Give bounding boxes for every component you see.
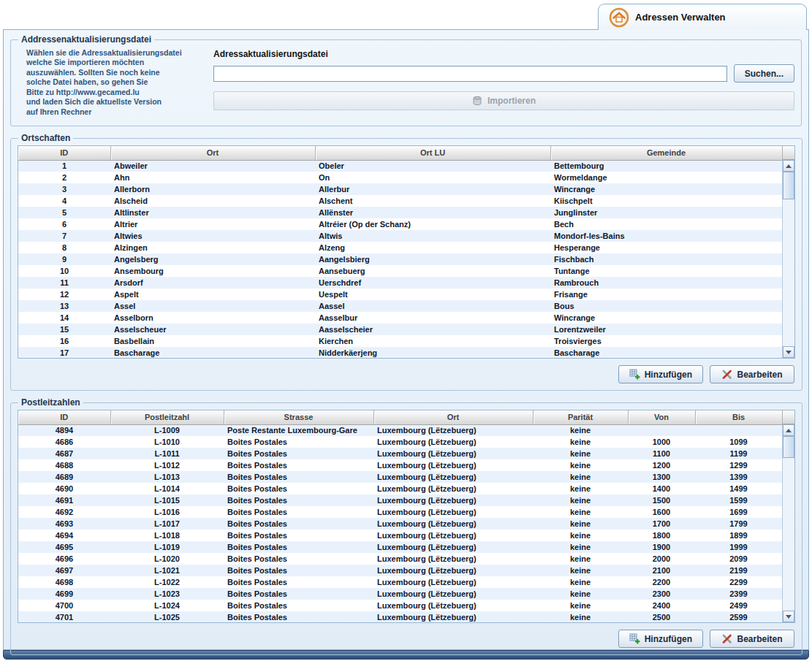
table-cell[interactable]: 4691 — [18, 494, 110, 506]
table-cell[interactable]: 10 — [18, 265, 110, 277]
table-cell[interactable]: Alzingen — [110, 242, 315, 253]
table-cell[interactable]: Alschent — [315, 195, 550, 207]
column-header-strasse[interactable]: Strasse — [224, 410, 373, 424]
table-cell[interactable]: keine — [533, 530, 628, 541]
table-cell[interactable]: 1400 — [628, 483, 695, 494]
table-cell[interactable]: 2300 — [628, 588, 695, 600]
table-cell[interactable]: 1 — [18, 160, 110, 172]
table-cell[interactable]: 2500 — [628, 611, 695, 623]
column-header-ort-lu[interactable]: Ort LU — [315, 146, 550, 160]
table-cell[interactable]: On — [315, 172, 550, 183]
table-row[interactable]: 7AltwiesAltwisMondorf-les-Bains — [18, 230, 782, 242]
table-cell[interactable]: Boites Postales — [224, 553, 373, 565]
table-cell[interactable]: L-1023 — [110, 588, 224, 600]
postleitzahlen-vertical-scrollbar[interactable] — [782, 424, 794, 622]
table-cell[interactable]: Boites Postales — [224, 459, 373, 471]
table-cell[interactable]: Luxembourg (Lëtzebuerg) — [373, 530, 533, 541]
table-cell[interactable]: L-1011 — [110, 448, 224, 459]
table-cell[interactable]: 1000 — [628, 436, 695, 448]
table-cell[interactable]: 4688 — [18, 459, 110, 471]
table-cell[interactable]: 4894 — [18, 424, 110, 436]
table-cell[interactable]: Nidderkäerjeng — [315, 347, 550, 359]
table-cell[interactable]: 2299 — [695, 576, 782, 588]
table-cell[interactable]: Bascharage — [110, 347, 315, 359]
column-header-ort[interactable]: Ort — [110, 146, 315, 160]
table-row[interactable]: 4688L-1012Boites PostalesLuxembourg (Lët… — [18, 459, 782, 471]
table-cell[interactable]: Wincrange — [550, 183, 782, 195]
table-cell[interactable]: 1399 — [695, 471, 782, 483]
table-cell[interactable]: keine — [533, 483, 628, 494]
table-cell[interactable]: Rambrouch — [550, 277, 782, 289]
table-row[interactable]: 4894L-1009Poste Restante Luxembourg-Gare… — [18, 424, 782, 436]
table-cell[interactable]: 4696 — [18, 553, 110, 565]
table-row[interactable]: 4690L-1014Boites PostalesLuxembourg (Lët… — [18, 483, 782, 494]
table-cell[interactable]: Asselscheuer — [110, 324, 315, 335]
table-row[interactable]: 4700L-1024Boites PostalesLuxembourg (Lët… — [18, 600, 782, 611]
table-row[interactable]: 4696L-1020Boites PostalesLuxembourg (Lët… — [18, 553, 782, 565]
table-cell[interactable]: 4694 — [18, 530, 110, 541]
table-cell[interactable]: 4689 — [18, 471, 110, 483]
table-cell[interactable]: L-1024 — [110, 600, 224, 611]
table-row[interactable]: 1AbweilerObelerBettembourg — [18, 160, 782, 172]
table-row[interactable]: 4692L-1016Boites PostalesLuxembourg (Lët… — [18, 506, 782, 518]
table-cell[interactable]: Basbellain — [110, 335, 315, 347]
table-cell[interactable]: Altréier (Op der Schanz) — [315, 218, 550, 230]
ortschaften-edit-button[interactable]: Bearbeiten — [710, 365, 794, 383]
table-cell[interactable]: 3 — [18, 183, 110, 195]
table-cell[interactable]: 8 — [18, 242, 110, 253]
table-cell[interactable]: Luxembourg (Lëtzebuerg) — [373, 459, 533, 471]
table-row[interactable]: 3AllerbornAllerburWincrange — [18, 183, 782, 195]
table-cell[interactable]: 7 — [18, 230, 110, 242]
table-cell[interactable]: 5 — [18, 207, 110, 218]
table-row[interactable]: 4698L-1022Boites PostalesLuxembourg (Lët… — [18, 576, 782, 588]
table-cell[interactable]: L-1017 — [110, 518, 224, 530]
table-cell[interactable]: Alscheid — [110, 195, 315, 207]
table-cell[interactable]: L-1015 — [110, 494, 224, 506]
table-cell[interactable]: keine — [533, 459, 628, 471]
column-header-gemeinde[interactable]: Gemeinde — [550, 146, 782, 160]
scroll-up-button[interactable] — [783, 424, 794, 436]
table-cell[interactable]: Junglinster — [550, 207, 782, 218]
table-cell[interactable]: Boites Postales — [224, 448, 373, 459]
table-row[interactable]: 9AngelsbergAangelsbiergFischbach — [18, 253, 782, 265]
table-cell[interactable]: 4690 — [18, 483, 110, 494]
table-cell[interactable]: L-1025 — [110, 611, 224, 623]
table-cell[interactable]: Frisange — [550, 289, 782, 300]
table-cell[interactable]: Hesperange — [550, 242, 782, 253]
table-cell[interactable]: Luxembourg (Lëtzebuerg) — [373, 553, 533, 565]
table-cell[interactable]: Luxembourg (Lëtzebuerg) — [373, 588, 533, 600]
table-cell[interactable]: keine — [533, 553, 628, 565]
table-cell[interactable]: 4692 — [18, 506, 110, 518]
table-row[interactable]: 11ArsdorfUerschdrefRambrouch — [18, 277, 782, 289]
table-cell[interactable]: keine — [533, 611, 628, 623]
table-cell[interactable]: Bech — [550, 218, 782, 230]
column-header-id[interactable]: ID — [18, 410, 110, 424]
table-cell[interactable]: 4700 — [18, 600, 110, 611]
table-cell[interactable]: 14 — [18, 312, 110, 324]
table-cell[interactable]: 4686 — [18, 436, 110, 448]
ortschaften-add-button[interactable]: Hinzufügen — [618, 365, 703, 383]
table-cell[interactable]: Aassel — [315, 300, 550, 312]
table-cell[interactable]: Bascharage — [550, 347, 782, 359]
table-cell[interactable]: Boites Postales — [224, 565, 373, 576]
column-header-von[interactable]: Von — [628, 410, 695, 424]
table-cell[interactable]: Aangelsbierg — [315, 253, 550, 265]
scroll-thumb[interactable] — [783, 172, 794, 199]
table-cell[interactable]: L-1021 — [110, 565, 224, 576]
table-cell[interactable]: 1700 — [628, 518, 695, 530]
scroll-down-button[interactable] — [783, 346, 794, 358]
table-row[interactable]: 4694L-1018Boites PostalesLuxembourg (Lët… — [18, 530, 782, 541]
table-cell[interactable]: Allënster — [315, 207, 550, 218]
table-cell[interactable]: keine — [533, 565, 628, 576]
table-cell[interactable]: 17 — [18, 347, 110, 359]
table-cell[interactable]: Boites Postales — [224, 600, 373, 611]
table-cell[interactable]: 1199 — [695, 448, 782, 459]
table-cell[interactable]: Arsdorf — [110, 277, 315, 289]
table-cell[interactable]: Boites Postales — [224, 436, 373, 448]
table-cell[interactable]: 9 — [18, 253, 110, 265]
table-row[interactable]: 4AlscheidAlschentKiischpelt — [18, 195, 782, 207]
column-header-ort[interactable]: Ort — [373, 410, 533, 424]
table-cell[interactable]: Fischbach — [550, 253, 782, 265]
table-cell[interactable]: 2499 — [695, 600, 782, 611]
table-cell[interactable]: keine — [533, 518, 628, 530]
